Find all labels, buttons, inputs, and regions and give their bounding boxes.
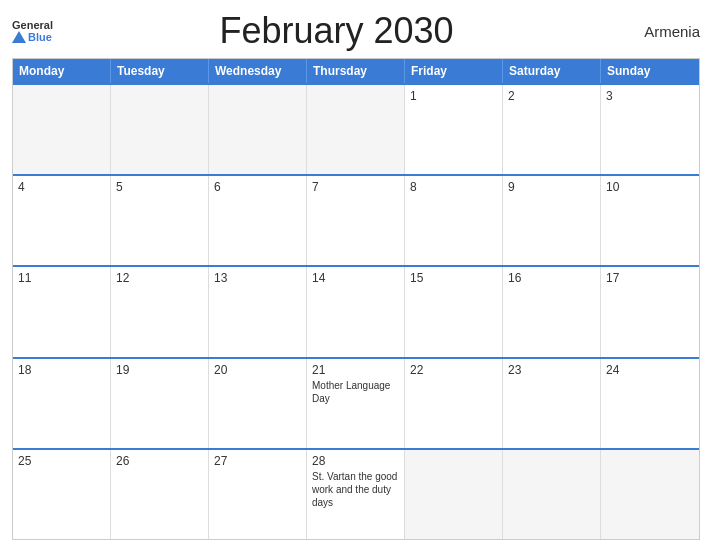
calendar-cell: 19 [111,359,209,448]
logo-general-text: General [12,19,53,31]
day-of-week-tuesday: Tuesday [111,59,209,83]
calendar-cell: 17 [601,267,699,356]
calendar-week-3: 11121314151617 [13,265,699,356]
day-number: 22 [410,363,497,377]
day-of-week-thursday: Thursday [307,59,405,83]
day-number: 8 [410,180,497,194]
calendar-page: General Blue February 2030 Armenia Monda… [0,0,712,550]
calendar-cell: 11 [13,267,111,356]
calendar-cell: 25 [13,450,111,539]
calendar-cell: 12 [111,267,209,356]
day-number: 11 [18,271,105,285]
logo: General Blue [12,19,53,43]
calendar-cell: 3 [601,85,699,174]
day-number: 13 [214,271,301,285]
calendar-cell: 26 [111,450,209,539]
day-number: 28 [312,454,399,468]
calendar-cell: 6 [209,176,307,265]
day-of-week-monday: Monday [13,59,111,83]
day-number: 26 [116,454,203,468]
logo-blue-text: Blue [28,31,52,43]
day-number: 23 [508,363,595,377]
day-number: 19 [116,363,203,377]
calendar-cell: 27 [209,450,307,539]
calendar-body: 123456789101112131415161718192021Mother … [13,83,699,539]
day-number: 7 [312,180,399,194]
calendar-cell: 16 [503,267,601,356]
calendar-cell: 18 [13,359,111,448]
calendar-cell [209,85,307,174]
calendar-week-2: 45678910 [13,174,699,265]
day-of-week-friday: Friday [405,59,503,83]
calendar-cell [13,85,111,174]
calendar-cell: 14 [307,267,405,356]
day-number: 4 [18,180,105,194]
logo-triangle-icon [12,31,26,43]
day-number: 10 [606,180,694,194]
calendar-week-1: 123 [13,83,699,174]
day-number: 18 [18,363,105,377]
calendar-cell: 13 [209,267,307,356]
day-number: 27 [214,454,301,468]
calendar-title: February 2030 [53,10,620,52]
day-number: 15 [410,271,497,285]
calendar-cell [601,450,699,539]
calendar-cell [111,85,209,174]
calendar-cell: 23 [503,359,601,448]
day-number: 17 [606,271,694,285]
day-number: 20 [214,363,301,377]
day-number: 21 [312,363,399,377]
calendar-cell: 28St. Vartan the good work and the duty … [307,450,405,539]
day-number: 14 [312,271,399,285]
calendar-cell: 9 [503,176,601,265]
calendar-cell: 10 [601,176,699,265]
calendar-cell: 15 [405,267,503,356]
calendar-header-row: MondayTuesdayWednesdayThursdayFridaySatu… [13,59,699,83]
calendar-cell [405,450,503,539]
day-number: 24 [606,363,694,377]
day-number: 2 [508,89,595,103]
calendar-cell: 20 [209,359,307,448]
country-label: Armenia [620,23,700,40]
day-number: 3 [606,89,694,103]
day-number: 16 [508,271,595,285]
day-number: 1 [410,89,497,103]
day-number: 25 [18,454,105,468]
header: General Blue February 2030 Armenia [12,10,700,52]
calendar-cell: 1 [405,85,503,174]
day-of-week-wednesday: Wednesday [209,59,307,83]
day-number: 12 [116,271,203,285]
calendar-cell: 5 [111,176,209,265]
day-number: 5 [116,180,203,194]
event-text: Mother Language Day [312,379,399,405]
calendar-week-4: 18192021Mother Language Day222324 [13,357,699,448]
calendar-cell [503,450,601,539]
calendar-cell: 21Mother Language Day [307,359,405,448]
calendar-cell: 22 [405,359,503,448]
calendar-grid: MondayTuesdayWednesdayThursdayFridaySatu… [12,58,700,540]
calendar-cell: 24 [601,359,699,448]
event-text: St. Vartan the good work and the duty da… [312,470,399,509]
calendar-week-5: 25262728St. Vartan the good work and the… [13,448,699,539]
day-of-week-saturday: Saturday [503,59,601,83]
calendar-cell: 2 [503,85,601,174]
day-of-week-sunday: Sunday [601,59,699,83]
calendar-cell: 4 [13,176,111,265]
calendar-cell [307,85,405,174]
day-number: 9 [508,180,595,194]
calendar-cell: 7 [307,176,405,265]
calendar-cell: 8 [405,176,503,265]
day-number: 6 [214,180,301,194]
